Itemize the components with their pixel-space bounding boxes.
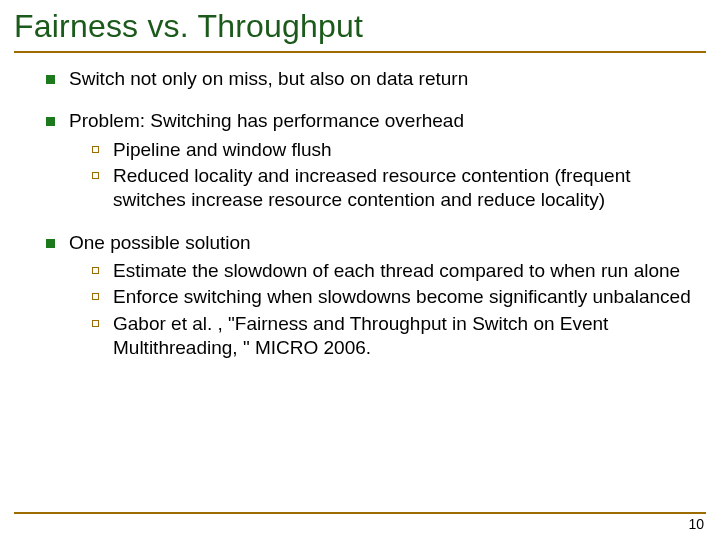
sub-bullet-text: Gabor et al. , "Fairness and Throughput …	[113, 312, 696, 361]
square-bullet-icon	[46, 239, 55, 248]
sub-bullet-text: Estimate the slowdown of each thread com…	[113, 259, 680, 283]
sub-list: Estimate the slowdown of each thread com…	[46, 259, 696, 360]
bullet-level1: Problem: Switching has performance overh…	[46, 109, 696, 212]
sub-bullet: Enforce switching when slowdowns become …	[92, 285, 696, 309]
bullet-text: Problem: Switching has performance overh…	[69, 109, 464, 133]
bullet-level1: One possible solution Estimate the slowd…	[46, 231, 696, 361]
hollow-square-icon	[92, 293, 99, 300]
slide: Fairness vs. Throughput Switch not only …	[0, 0, 720, 540]
sub-bullet: Estimate the slowdown of each thread com…	[92, 259, 696, 283]
sub-bullet: Reduced locality and increased resource …	[92, 164, 696, 213]
sub-bullet-text: Pipeline and window flush	[113, 138, 332, 162]
sub-bullet: Pipeline and window flush	[92, 138, 696, 162]
bullet-text: One possible solution	[69, 231, 251, 255]
slide-title: Fairness vs. Throughput	[14, 8, 706, 45]
square-bullet-icon	[46, 117, 55, 126]
hollow-square-icon	[92, 172, 99, 179]
footer-rule	[14, 512, 706, 514]
square-bullet-icon	[46, 75, 55, 84]
slide-body: Switch not only on miss, but also on dat…	[14, 53, 706, 360]
bullet-text: Switch not only on miss, but also on dat…	[69, 67, 468, 91]
bullet-level1: Switch not only on miss, but also on dat…	[46, 67, 696, 91]
hollow-square-icon	[92, 267, 99, 274]
hollow-square-icon	[92, 320, 99, 327]
sub-bullet: Gabor et al. , "Fairness and Throughput …	[92, 312, 696, 361]
sub-list: Pipeline and window flush Reduced locali…	[46, 138, 696, 213]
sub-bullet-text: Enforce switching when slowdowns become …	[113, 285, 691, 309]
sub-bullet-text: Reduced locality and increased resource …	[113, 164, 696, 213]
page-number: 10	[688, 516, 704, 532]
hollow-square-icon	[92, 146, 99, 153]
